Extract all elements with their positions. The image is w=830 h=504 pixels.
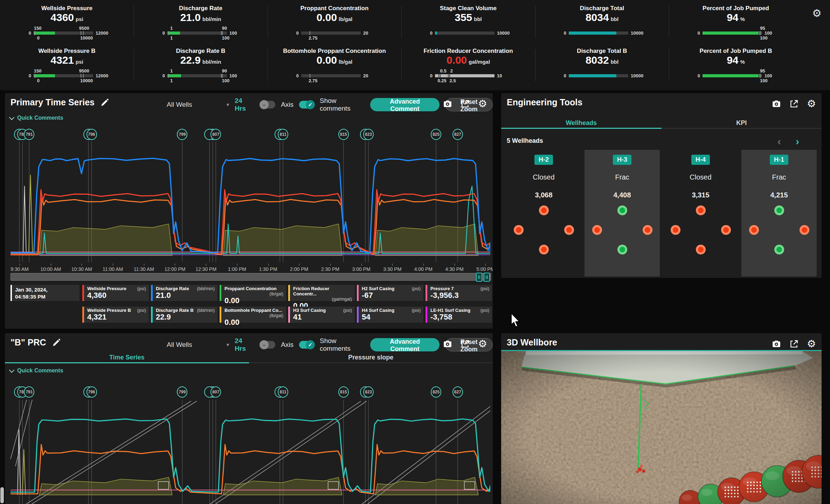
- comment-marker-811[interactable]: 811: [278, 386, 288, 397]
- axis-toggle[interactable]: –: [260, 101, 275, 108]
- legend-series-unit: (psi): [137, 286, 146, 291]
- wells-filter-dropdown[interactable]: All Wells▾: [167, 101, 229, 108]
- wellbore-3d-view[interactable]: [501, 351, 822, 504]
- legend-series-unit: (psi): [480, 286, 489, 291]
- export-icon[interactable]: [789, 99, 798, 108]
- primary-chart-range-slider[interactable]: [11, 273, 491, 281]
- comment-marker-791[interactable]: 791: [24, 129, 34, 139]
- screenshot-camera-icon[interactable]: [443, 340, 452, 349]
- comment-marker-791[interactable]: 791: [24, 386, 34, 397]
- comment-marker-815[interactable]: 815: [338, 386, 349, 397]
- comment-marker-815[interactable]: 815: [338, 129, 349, 139]
- wellhead-card-h-4[interactable]: H-4Closed3,315: [663, 150, 738, 276]
- screenshot-camera-icon[interactable]: [772, 99, 781, 108]
- legend-chip-h2-surf-casing[interactable]: H2 Surf Casing(psi)-67: [357, 285, 423, 301]
- comment-marker-823[interactable]: 823: [363, 129, 374, 139]
- show-comments-toggle[interactable]: ✓: [299, 341, 314, 349]
- comment-marker-825[interactable]: 825: [431, 129, 441, 139]
- export-icon[interactable]: [461, 99, 470, 108]
- legend-chip-h4-surf-casing[interactable]: H4 Surf Casing(psi)54: [357, 307, 423, 323]
- page-scrollbar-thumb[interactable]: [0, 487, 4, 503]
- legend-chip-discharge-rate-b[interactable]: Discharge Rate B(bbl/min)22.9: [151, 307, 217, 323]
- gauge-bar: [703, 74, 762, 77]
- comment-marker-label: 811: [278, 386, 288, 398]
- kpi-tile-proppant-concentration: Proppant Concentration0.00lb/gal0202.75: [268, 5, 401, 44]
- advanced-comment-button[interactable]: Advanced Comment: [370, 98, 440, 111]
- axis-toggle[interactable]: –: [260, 341, 275, 349]
- wellhead-card-h-3[interactable]: H-3Frac4,408: [585, 150, 660, 276]
- gauge-tick: [168, 31, 169, 35]
- tab-kpi[interactable]: KPI: [662, 119, 822, 127]
- legend-chip-le-h1-surf-casing[interactable]: LE-H1 Surf Casing(psi)-3,758: [426, 307, 492, 323]
- legend-series-name: H4 Surf Casing: [362, 308, 394, 313]
- gauge-tick: [448, 74, 449, 78]
- settings-gear-icon[interactable]: ⚙: [478, 99, 487, 109]
- show-comments-label: Show comments: [320, 97, 365, 112]
- export-icon[interactable]: [461, 340, 470, 349]
- kpi-unit: lb/gal: [339, 16, 352, 22]
- legend-chip-h3-surf-casing[interactable]: H3 Surf Casing(psi)41: [288, 307, 355, 323]
- primary-chart-plot[interactable]: [11, 141, 490, 262]
- wellhead-card-h-1[interactable]: H-1Frac4,215: [741, 150, 817, 276]
- axis-tick-label: 10:00 AM: [40, 266, 61, 272]
- tab-wellheads[interactable]: Wellheads: [501, 119, 662, 127]
- gauge-bar: [301, 74, 361, 77]
- comment-marker-811[interactable]: 811: [278, 129, 288, 139]
- export-icon[interactable]: [789, 340, 798, 349]
- gauge-min-label: 0: [290, 73, 299, 78]
- legend-chip-proppant-concentration[interactable]: Proppant Concentration(lb/gal)0.00: [220, 285, 286, 301]
- tab-time-series[interactable]: Time Series: [5, 354, 249, 362]
- wellhead-card-h-2[interactable]: H-2Closed3,068: [506, 150, 581, 276]
- advanced-comment-button[interactable]: Advanced Comment: [370, 338, 440, 351]
- comment-marker-796[interactable]: 796: [87, 386, 97, 397]
- gauge-threshold-label: 1: [170, 26, 173, 31]
- settings-gear-icon[interactable]: ⚙: [478, 339, 487, 349]
- legend-chip-pressure-7[interactable]: Pressure 7(psi)-3,956.3: [426, 285, 492, 301]
- wellhead-pressure: 4,215: [741, 191, 817, 199]
- kpi-value: 355: [455, 12, 472, 23]
- legend-chip-friction-reducer-concentr[interactable]: Friction Reducer Concentr...(gal/mgal)0.…: [288, 285, 355, 301]
- comment-marker-799[interactable]: 799: [177, 129, 187, 139]
- gauge-bar: [34, 31, 93, 35]
- comment-marker-807[interactable]: 807: [210, 129, 221, 139]
- gauge-tick: [760, 74, 761, 78]
- kpi-settings-gear-icon[interactable]: ⚙: [810, 8, 824, 19]
- quick-comments-toggle[interactable]: Quick Comments: [10, 115, 63, 121]
- edit-title-pencil-icon[interactable]: [100, 98, 109, 107]
- settings-gear-icon[interactable]: ⚙: [807, 99, 816, 109]
- gauge-min-label: 0: [423, 30, 433, 36]
- kpi-value: 8032: [586, 54, 609, 66]
- bprc-chart-plot[interactable]: [11, 400, 490, 504]
- range-slider-handle-right[interactable]: [484, 273, 490, 282]
- legend-chip-wellside-pressure-b[interactable]: Wellside Pressure B(psi)4,321: [82, 307, 149, 323]
- legend-chip-discharge-rate[interactable]: Discharge Rate(bbl/min)21.0: [151, 285, 217, 301]
- kpi-tile-discharge-total-b: Discharge Total B8032bbl010000: [535, 48, 669, 87]
- wellheads-next-chevron-icon[interactable]: ›: [794, 136, 801, 147]
- screenshot-camera-icon[interactable]: [443, 99, 452, 108]
- quick-comments-toggle[interactable]: Quick Comments: [10, 368, 63, 374]
- wellheads-prev-chevron-icon[interactable]: ‹: [775, 136, 783, 147]
- legend-chip-bottomhole-proppant-co[interactable]: Bottomhole Proppant Co...(lb/gal)0.00: [220, 307, 286, 323]
- tab-pressure-slope[interactable]: Pressure slope: [249, 354, 493, 362]
- legend-chip-wellside-pressure[interactable]: Wellside Pressure(psi)4,360: [82, 285, 149, 301]
- range-slider-handle-left[interactable]: [476, 273, 482, 282]
- comment-marker-799[interactable]: 799: [177, 386, 187, 397]
- wells-filter-dropdown[interactable]: All Wells▾: [167, 341, 229, 349]
- edit-title-pencil-icon[interactable]: [52, 338, 61, 347]
- comment-marker-827[interactable]: 827: [452, 386, 463, 397]
- legend-series-value: 21.0: [156, 291, 215, 300]
- gauge-labels-above: 0.52: [438, 68, 498, 74]
- comment-marker-827[interactable]: 827: [452, 129, 463, 139]
- gauge-tick: [83, 31, 84, 35]
- comment-marker-825[interactable]: 825: [431, 386, 441, 397]
- comment-marker-796[interactable]: 796: [87, 129, 97, 139]
- gauge-threshold-label: 150: [34, 68, 42, 74]
- gauge-min-label: 0: [557, 30, 566, 36]
- comment-marker-823[interactable]: 823: [363, 386, 374, 397]
- screenshot-camera-icon[interactable]: [772, 340, 781, 349]
- settings-gear-icon[interactable]: ⚙: [807, 339, 816, 349]
- tile-divider: [268, 6, 268, 38]
- show-comments-toggle[interactable]: ✓: [299, 101, 314, 108]
- comment-marker-807[interactable]: 807: [210, 386, 221, 397]
- gauge-bar: [569, 31, 628, 35]
